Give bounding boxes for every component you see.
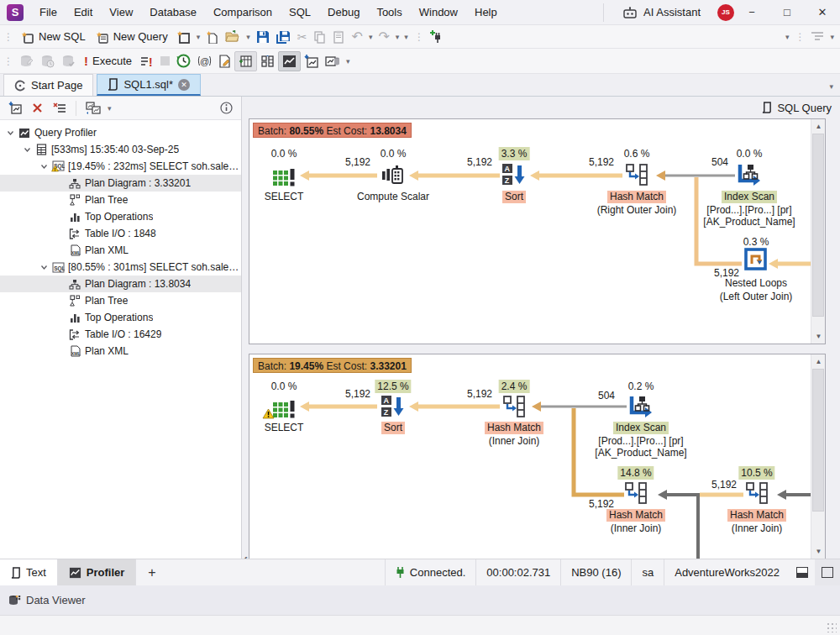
tree-expand-icon[interactable] (37, 163, 50, 171)
execution-history-button[interactable] (173, 51, 194, 71)
compare-dropdown[interactable]: ▾ (105, 104, 114, 113)
test-connection-button[interactable] (58, 51, 79, 71)
layout-bottom-toggle[interactable] (790, 559, 815, 585)
stop-button[interactable] (157, 51, 173, 71)
edit-document-button[interactable] (215, 51, 234, 71)
tab-close-icon[interactable]: ✕ (178, 79, 190, 91)
scrollbar-thumb[interactable] (812, 369, 824, 512)
redo-dropdown[interactable]: ▾ (393, 33, 402, 41)
scroll-down-icon[interactable]: ▼ (811, 544, 826, 559)
compare-results-button[interactable]: ▾ (82, 98, 118, 118)
scroll-down-icon[interactable]: ▼ (811, 329, 826, 344)
pivot-layout-button[interactable] (257, 51, 278, 71)
data-viewer-bar[interactable]: Data Viewer (0, 585, 840, 616)
edit-connection-button[interactable] (16, 51, 37, 71)
clear-all-results-button[interactable] (50, 98, 70, 118)
recent-connection-button[interactable] (37, 51, 58, 71)
tree-item-19-45-232ms-select-soh-salesord[interactable]: SQL![19.45% : 232ms] SELECT soh.salesord… (0, 158, 241, 175)
import-plan-button[interactable] (301, 51, 322, 71)
menu-database[interactable]: Database (141, 0, 205, 24)
close-button[interactable]: ✕ (805, 0, 840, 24)
tree-expand-icon[interactable] (37, 264, 50, 271)
new-document-window-button[interactable] (173, 27, 194, 47)
ai-assistant-button[interactable]: AI Assistant (614, 6, 709, 18)
new-file-button[interactable] (202, 27, 222, 47)
format-button[interactable] (807, 27, 827, 47)
layout-full-toggle[interactable] (815, 559, 840, 585)
tree-item-plan-xml[interactable]: XMLPlan XML (0, 343, 241, 359)
tree-item-plan-tree[interactable]: Plan Tree (0, 192, 241, 208)
diagram-canvas[interactable]: Batch: 19.45% Est Cost: 3.332015,1925,19… (249, 354, 811, 559)
connection-dropdown[interactable]: ▾ (783, 33, 792, 41)
tree-item-533ms-15-35-40-03-sep-25[interactable]: [533ms] 15:35:40 03-Sep-25 (0, 141, 241, 158)
open-file-button[interactable] (222, 27, 244, 47)
tab-sql1[interactable]: SQL1.sql* ✕ (97, 74, 201, 96)
tree-item-plan-xml[interactable]: XMLPlan XML (0, 242, 241, 259)
user-avatar[interactable]: JS (717, 4, 734, 21)
scroll-up-icon[interactable]: ▲ (811, 354, 826, 369)
tab-start-page[interactable]: Start Page (3, 74, 93, 96)
scroll-up-icon[interactable]: ▲ (811, 119, 826, 134)
tree-expand-icon[interactable] (3, 129, 17, 137)
tab-list-dropdown[interactable]: ▾ (827, 82, 840, 91)
toolbar-grip[interactable]: ⋮ (411, 31, 427, 43)
open-plan-button[interactable] (5, 98, 25, 118)
pane-splitter[interactable]: ❮ (242, 97, 249, 559)
toolbar-grip[interactable]: ⋮ (0, 55, 16, 67)
toolbar-grip[interactable]: ⋮ (791, 31, 807, 43)
copy-button[interactable] (310, 27, 329, 47)
tree-item-table-i-o-16429[interactable]: Table I/O : 16429 (0, 326, 241, 343)
menu-debug[interactable]: Debug (319, 0, 368, 24)
tab-text[interactable]: Text (0, 559, 58, 585)
tree-item-table-i-o-1848[interactable]: Table I/O : 1848 (0, 225, 241, 242)
profiler-toolbar-dropdown[interactable]: ▾ (344, 57, 353, 66)
results-grid-toggle[interactable] (234, 51, 257, 71)
toolbar-grip[interactable]: ⋮ (0, 31, 16, 43)
tree-item-top-operations[interactable]: Top Operations (0, 208, 241, 225)
tree-item-80-55-301ms-select-soh-salesord[interactable]: SQL[80.55% : 301ms] SELECT soh.salesord.… (0, 259, 241, 276)
cut-button[interactable]: ✂ (294, 27, 311, 47)
menu-tools[interactable]: Tools (368, 0, 410, 24)
maximize-button[interactable]: □ (769, 0, 805, 24)
tree-expand-icon[interactable] (20, 146, 34, 154)
diagram-scrollbar[interactable]: ▲ ▼ (811, 119, 825, 344)
new-connection-button[interactable] (427, 27, 447, 47)
tab-profiler[interactable]: Profiler (58, 559, 137, 585)
format-dropdown[interactable]: ▾ (827, 33, 837, 41)
minimize-button[interactable]: − (734, 0, 769, 24)
diagram-scrollbar[interactable]: ▲ ▼ (811, 354, 825, 559)
undo-button[interactable]: ↶ (348, 27, 365, 47)
info-button[interactable] (217, 98, 236, 118)
new-window-dropdown[interactable]: ▾ (194, 33, 203, 41)
query-profiler-toggle[interactable] (278, 51, 301, 71)
delete-result-button[interactable] (29, 98, 46, 118)
sql-prompt-button[interactable]: @ (194, 51, 215, 71)
redo-button[interactable]: ↷ (375, 27, 392, 47)
new-query-button[interactable]: New Query (91, 27, 173, 47)
menu-file[interactable]: File (31, 0, 66, 24)
save-button[interactable] (253, 27, 273, 47)
plan-options-button[interactable] (322, 51, 344, 71)
save-all-button[interactable] (273, 27, 294, 47)
diagram-canvas[interactable]: Batch: 80.55% Est Cost: 13.80345,1925,19… (249, 119, 811, 344)
menu-view[interactable]: View (101, 0, 141, 24)
tree-item-plan-diagram-3-33201[interactable]: Plan Diagram : 3.33201 (0, 175, 241, 192)
execute-script-button[interactable]: ! (137, 51, 157, 71)
tree-item-top-operations[interactable]: Top Operations (0, 309, 241, 326)
menu-comparison[interactable]: Comparison (205, 0, 281, 24)
history-dropdown[interactable]: ▾ (402, 33, 411, 41)
execute-button[interactable]: ! Execute (79, 51, 137, 71)
tree-item-query-profiler[interactable]: Query Profiler (0, 124, 241, 141)
undo-dropdown[interactable]: ▾ (366, 33, 375, 41)
tree-item-plan-tree[interactable]: Plan Tree (0, 292, 241, 309)
new-sql-button[interactable]: New SQL (16, 27, 91, 47)
paste-button[interactable] (329, 27, 348, 47)
menu-sql[interactable]: SQL (281, 0, 319, 24)
menu-help[interactable]: Help (466, 0, 506, 24)
add-result-tab-button[interactable]: + (136, 559, 167, 585)
resize-grip[interactable] (827, 622, 837, 632)
scrollbar-thumb[interactable] (812, 134, 824, 317)
tree-item-plan-diagram-13-8034[interactable]: Plan Diagram : 13.8034 (0, 276, 241, 292)
menu-window[interactable]: Window (411, 0, 466, 24)
open-file-dropdown[interactable]: ▾ (244, 33, 253, 41)
